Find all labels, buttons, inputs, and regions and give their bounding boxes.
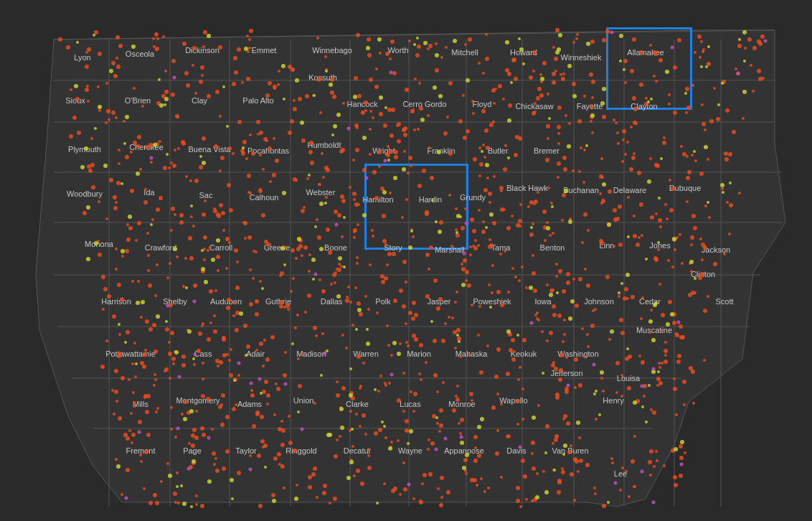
iowa-svg: .county-path { fill: #333333; stroke: #5… [0,0,812,521]
map-container: .county-path { fill: #333333; stroke: #5… [0,0,812,521]
